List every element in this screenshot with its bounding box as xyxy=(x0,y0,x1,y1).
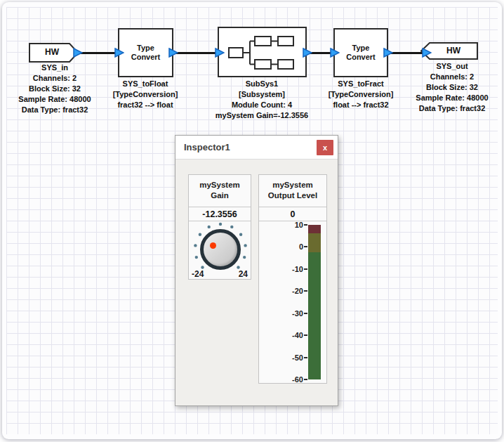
block-detail: mySystem Gain=-12.3556 xyxy=(206,110,318,121)
block-detail: Sample Rate: 48000 xyxy=(6,94,104,105)
block-detail: Channels: 2 xyxy=(402,72,503,82)
meter-segment-olive xyxy=(308,233,321,252)
block-name: SYS_in xyxy=(6,63,104,73)
labels-subsys1: SubSys1 [Subsystem] Module Count: 4 mySy… xyxy=(206,79,318,121)
meter-tick xyxy=(304,313,307,314)
meter-tick xyxy=(304,246,307,247)
meter-scale-label: 0 xyxy=(275,242,303,252)
block-detail: Sample Rate: 48000 xyxy=(402,93,503,103)
knob-indicator-dot xyxy=(210,242,216,249)
subsystem-icon xyxy=(224,32,301,72)
labels-sys-out: SYS_out Channels: 2 Block Size: 32 Sampl… xyxy=(402,61,503,114)
meter-value: 0 xyxy=(259,207,326,221)
meter-segment-green xyxy=(308,252,321,379)
block-detail: [TypeConversion] xyxy=(312,89,410,100)
gain-knob[interactable] xyxy=(200,229,241,270)
block-subsys1[interactable] xyxy=(218,27,307,77)
block-detail: Data Type: fract32 xyxy=(402,103,503,114)
labels-sys-tofloat: SYS_toFloat [TypeConversion] fract32 -->… xyxy=(96,79,194,110)
block-detail: Module Count: 4 xyxy=(206,100,318,110)
gain-name-line1: mySystem xyxy=(189,180,251,190)
inspector-titlebar[interactable]: Inspector1 x xyxy=(175,136,338,160)
block-detail: fract32 --> float xyxy=(96,100,194,110)
meter-scale-label: -40 xyxy=(275,330,303,340)
meter-tick xyxy=(304,268,307,270)
close-icon: x xyxy=(323,143,327,152)
pin-tofract-out[interactable] xyxy=(383,48,393,58)
inspector-window: Inspector1 x mySystem Gain -12.3556 xyxy=(175,135,338,406)
block-detail: Block Size: 32 xyxy=(402,82,503,93)
labels-sys-tofract: SYS_toFract [TypeConversion] float --> f… xyxy=(312,79,410,110)
gain-min-label: -24 xyxy=(192,269,204,279)
block-name: SYS_out xyxy=(402,61,503,72)
block-detail: Channels: 2 xyxy=(6,73,104,84)
meter-segment-red xyxy=(308,225,321,233)
block-name: SubSys1 xyxy=(206,79,318,89)
meter-tick xyxy=(304,290,307,292)
pin-tofloat-in[interactable] xyxy=(114,48,124,58)
pin-subsys-in[interactable] xyxy=(215,48,225,58)
block-name: SYS_toFract xyxy=(312,79,410,89)
meter-name-line1: mySystem xyxy=(259,180,326,190)
gain-name-line2: Gain xyxy=(189,190,251,201)
block-detail: Data Type: fract32 xyxy=(6,105,104,115)
gain-panel-header: mySystem Gain xyxy=(189,175,251,207)
meter-panel: mySystem Output Level 0 10 0 -10 -20 -30… xyxy=(258,174,327,384)
pin-subsys-out[interactable] xyxy=(303,48,312,58)
wire-toflat-subsys[interactable] xyxy=(175,52,219,54)
window-title: Inspector1 xyxy=(184,142,230,152)
meter-tick xyxy=(304,379,307,380)
meter-scale-label: 10 xyxy=(275,220,303,230)
block-name: SYS_toFloat xyxy=(96,79,194,89)
block-detail: [TypeConversion] xyxy=(96,89,194,100)
block-sys-tofloat[interactable]: Type Convert xyxy=(118,28,173,77)
screenshot-stage: HW Type Convert Type Convert xyxy=(0,0,504,442)
block-sys-out-title: HW xyxy=(431,46,476,56)
pin-sys-out-in[interactable] xyxy=(422,48,432,58)
block-sys-tofract[interactable]: Type Convert xyxy=(333,28,388,77)
meter-tick xyxy=(304,224,307,226)
block-detail: Block Size: 32 xyxy=(6,84,104,94)
level-meter-bar xyxy=(308,225,321,379)
meter-panel-header: mySystem Output Level xyxy=(259,175,326,207)
block-sys-tofloat-title: Type Convert xyxy=(128,44,164,62)
meter-name-line2: Output Level xyxy=(259,190,326,201)
meter-scale-label: -20 xyxy=(275,286,303,296)
meter-area: 10 0 -10 -20 -30 -40 -50 -60 xyxy=(259,221,326,383)
meter-scale-label: -50 xyxy=(275,353,303,363)
close-button[interactable]: x xyxy=(317,140,333,155)
block-detail: float --> fract32 xyxy=(312,100,410,110)
meter-tick xyxy=(304,334,307,336)
pin-tofract-in[interactable] xyxy=(330,48,340,58)
gain-knob-area: -24 24 xyxy=(189,221,251,279)
pin-tofloat-out[interactable] xyxy=(168,48,178,58)
block-sys-in-title: HW xyxy=(32,47,72,57)
diagram-layer: HW Type Convert Type Convert xyxy=(0,0,504,442)
gain-max-label: 24 xyxy=(239,269,248,279)
meter-scale-label: -60 xyxy=(275,375,303,384)
block-detail: [Subsystem] xyxy=(206,89,318,100)
wire-sysin-toflat[interactable] xyxy=(79,52,119,54)
block-sys-tofract-title: Type Convert xyxy=(343,44,379,62)
meter-tick xyxy=(304,357,307,358)
meter-scale-label: -30 xyxy=(275,308,303,318)
labels-sys-in: SYS_in Channels: 2 Block Size: 32 Sample… xyxy=(6,63,104,115)
pin-sys-in-out[interactable] xyxy=(73,48,83,58)
meter-scale-label: -10 xyxy=(275,264,303,274)
gain-value: -12.3556 xyxy=(189,207,251,221)
gain-panel: mySystem Gain -12.3556 xyxy=(188,174,251,280)
